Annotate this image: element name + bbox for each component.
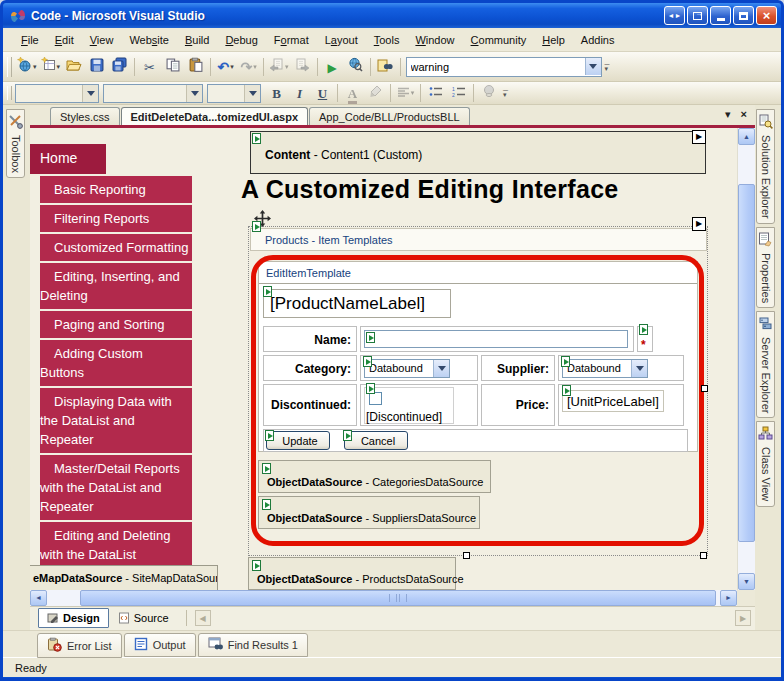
vertical-scrollbar[interactable]: ▲ ▼ xyxy=(737,128,755,590)
products-datasource-box[interactable]: ObjectDataSource - ProductsDataSource xyxy=(248,557,456,590)
smart-tag-icon[interactable] xyxy=(265,430,274,441)
smart-tag-icon[interactable] xyxy=(262,499,271,510)
nav-item-masterdetail-reports[interactable]: Master/Detail Reports with the DataList … xyxy=(40,455,192,520)
panel-tab-output[interactable]: Output xyxy=(124,633,196,657)
nav-item-displaying-data[interactable]: Displaying Data with the DataList and Re… xyxy=(40,388,192,453)
panel-tab-error-list[interactable]: Error List xyxy=(37,633,122,658)
italic-button[interactable]: I xyxy=(288,82,311,105)
resize-handle[interactable] xyxy=(463,552,470,559)
sitemap-datasource-box[interactable]: eMapDataSource - SiteMapDataSource1 xyxy=(30,565,218,590)
smart-tasks-arrow-button[interactable]: ▶ xyxy=(692,130,706,144)
save-all-button[interactable] xyxy=(108,55,131,78)
toolbar-grip[interactable] xyxy=(7,86,12,100)
search-input[interactable] xyxy=(407,61,585,73)
new-website-button[interactable]: ▾ xyxy=(15,55,39,78)
chevron-down-icon[interactable] xyxy=(433,360,449,377)
scroll-up-icon[interactable]: ▲ xyxy=(738,128,755,145)
paste-button[interactable] xyxy=(184,55,207,78)
tab-scroll-left-icon[interactable]: ◀ xyxy=(195,610,211,626)
sidebar-tab-server-explorer[interactable]: Server Explorer xyxy=(756,311,775,418)
menu-addins[interactable]: Addins xyxy=(573,31,623,49)
close-button[interactable]: × xyxy=(756,6,777,25)
resize-handle[interactable] xyxy=(700,552,707,559)
nav-home-tab[interactable]: Home xyxy=(30,144,106,174)
menu-help[interactable]: Help xyxy=(534,31,573,49)
copy-button[interactable] xyxy=(161,55,184,78)
nav-item-editing-inserting[interactable]: Editing, Inserting, and Deleting xyxy=(40,263,192,309)
smart-tag-icon[interactable] xyxy=(262,463,271,474)
nav-item-editing-and[interactable]: Editing and Deleting with the DataList xyxy=(40,522,192,568)
toolbar-overflow-icon[interactable]: ─▾ xyxy=(503,89,508,97)
product-name-input[interactable] xyxy=(364,330,628,348)
menu-community[interactable]: Community xyxy=(463,31,535,49)
font-combobox[interactable] xyxy=(103,84,203,103)
scroll-left-icon[interactable]: ◄ xyxy=(30,590,47,606)
document-tab[interactable]: App_Code/BLL/ProductsBLL xyxy=(309,107,470,125)
add-new-item-button[interactable]: ▾ xyxy=(39,55,63,78)
menu-build[interactable]: Build xyxy=(177,31,217,49)
smart-tag-icon[interactable] xyxy=(639,324,648,335)
scroll-down-icon[interactable]: ▼ xyxy=(738,573,755,590)
maximize-button[interactable] xyxy=(733,6,754,25)
toolbar-grip[interactable] xyxy=(7,57,12,77)
start-debug-button[interactable]: ▶ xyxy=(321,55,344,78)
nav-item-adding-custom[interactable]: Adding Custom Buttons xyxy=(40,340,192,386)
smart-tag-icon[interactable] xyxy=(343,430,352,441)
cancel-button[interactable]: Cancel xyxy=(344,431,408,450)
unit-price-label-control[interactable]: [UnitPriceLabel] xyxy=(562,390,664,412)
horizontal-scroll-thumb[interactable] xyxy=(80,590,716,606)
suppliers-datasource-box[interactable]: ObjectDataSource - SuppliersDataSource xyxy=(258,496,480,529)
smart-tag-icon[interactable] xyxy=(363,356,372,367)
menu-format[interactable]: Format xyxy=(266,31,317,49)
view-in-browser-button[interactable] xyxy=(344,55,367,78)
undo-button[interactable]: ↶▾ xyxy=(214,55,237,78)
datalist-header[interactable]: Products - Item Templates xyxy=(250,228,707,251)
nav-item-basic-reporting[interactable]: Basic Reporting xyxy=(40,176,192,203)
save-button[interactable] xyxy=(85,55,108,78)
smart-tag-icon[interactable] xyxy=(366,383,375,394)
chevron-down-icon[interactable] xyxy=(631,360,647,377)
menu-tools[interactable]: Tools xyxy=(366,31,408,49)
smart-tag-icon[interactable] xyxy=(263,286,272,297)
smart-tag-icon[interactable] xyxy=(562,385,571,396)
horizontal-scrollbar[interactable]: ◄ ► xyxy=(30,590,737,606)
menu-edit[interactable]: Edit xyxy=(47,31,82,49)
sidebar-tab-class-view[interactable]: Class View xyxy=(756,421,775,506)
size-combobox[interactable] xyxy=(207,84,261,103)
bullet-list-button[interactable] xyxy=(424,82,447,105)
resize-handle[interactable] xyxy=(701,385,708,392)
source-view-button[interactable]: Source xyxy=(109,608,178,628)
style-combobox[interactable] xyxy=(15,84,99,103)
menu-debug[interactable]: Debug xyxy=(217,31,265,49)
cut-button[interactable]: ✂ xyxy=(138,55,161,78)
sidebar-tab-properties[interactable]: Properties xyxy=(756,227,775,308)
nav-item-filtering-reports[interactable]: Filtering Reports xyxy=(40,205,192,232)
tab-list-dropdown-icon[interactable]: ▾ xyxy=(725,108,731,121)
float-window-button[interactable] xyxy=(687,6,708,25)
search-combobox[interactable] xyxy=(406,57,602,77)
category-dropdown[interactable]: Databound xyxy=(364,359,450,378)
menu-window[interactable]: Window xyxy=(407,31,462,49)
nav-item-customized-formatting[interactable]: Customized Formatting xyxy=(40,234,192,261)
chevron-down-icon[interactable] xyxy=(244,85,260,102)
smart-tag-icon[interactable] xyxy=(561,356,570,367)
menu-website[interactable]: Website xyxy=(121,31,177,49)
minimize-button[interactable] xyxy=(710,6,731,25)
sidebar-tab-toolbox[interactable]: Toolbox xyxy=(6,109,25,178)
smart-tag-icon[interactable] xyxy=(366,332,375,343)
toolbar-overflow-icon[interactable]: ─▾ xyxy=(605,63,610,71)
close-document-icon[interactable]: × xyxy=(741,108,747,121)
supplier-dropdown[interactable]: Databound xyxy=(562,359,648,378)
update-button[interactable]: Update xyxy=(266,431,330,450)
product-name-label-control[interactable]: [ProductNameLabel] xyxy=(263,289,451,318)
find-in-files-button[interactable] xyxy=(374,55,397,78)
dock-arrows-button[interactable]: ◄► xyxy=(664,6,685,25)
smart-tag-icon[interactable] xyxy=(252,221,261,232)
menu-layout[interactable]: Layout xyxy=(317,31,366,49)
open-file-button[interactable] xyxy=(62,55,85,78)
tab-scroll-right-icon[interactable]: ▶ xyxy=(735,610,751,626)
vertical-scroll-thumb[interactable] xyxy=(738,184,755,542)
smart-tag-icon[interactable] xyxy=(252,133,261,144)
categories-datasource-box[interactable]: ObjectDataSource - CategoriesDataSource xyxy=(258,460,491,493)
nav-item-paging-and[interactable]: Paging and Sorting xyxy=(40,311,192,338)
